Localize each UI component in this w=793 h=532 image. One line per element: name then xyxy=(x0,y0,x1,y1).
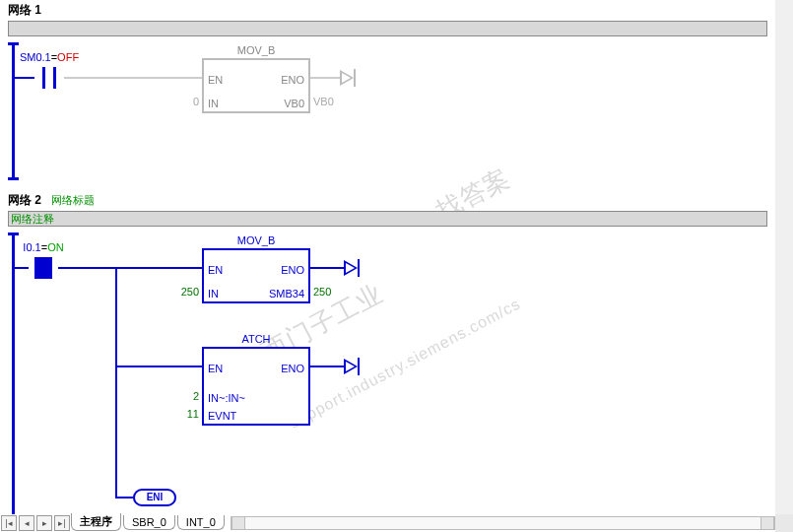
wire-off xyxy=(310,77,340,79)
scroll-right-icon[interactable] xyxy=(760,517,774,529)
network-subtitle[interactable]: 网络标题 xyxy=(51,193,95,208)
arrow-icon xyxy=(344,359,358,374)
network-comment[interactable]: 网络注释 xyxy=(8,211,767,227)
network-2[interactable]: 网络 2 网络标题 网络注释 I0.1=ON MOV_B EN xyxy=(0,190,775,528)
port-out: VB0 xyxy=(284,98,304,109)
port-in: IN xyxy=(208,98,219,109)
contact-i0.1[interactable]: I0.1=ON xyxy=(29,257,58,279)
arrow-stop xyxy=(358,358,360,375)
scroll-left-icon[interactable] xyxy=(231,517,245,529)
block-title: ATCH xyxy=(241,333,270,345)
port-out: SMB34 xyxy=(269,288,304,299)
arrow-icon xyxy=(340,70,354,86)
block-mov-b[interactable]: MOV_B EN ENO IN VB0 xyxy=(202,58,310,113)
port-en: EN xyxy=(208,363,223,374)
arrow-icon xyxy=(344,260,358,276)
network-1[interactable]: 网络 1 SM0.1=OFF MOV_B EN ENO IN VB0 0 VB xyxy=(0,0,775,180)
wire-off xyxy=(64,77,202,79)
port-en: EN xyxy=(208,74,223,86)
param-in: 250 xyxy=(171,286,199,298)
port-eno: ENO xyxy=(281,264,304,276)
tab-main[interactable]: 主程序 xyxy=(71,513,121,531)
network-title: 网络 2 xyxy=(8,192,41,209)
left-rail xyxy=(12,233,15,528)
wire xyxy=(115,366,202,367)
tab-sbr0[interactable]: SBR_0 xyxy=(123,515,175,530)
param-in: 0 xyxy=(175,96,199,107)
wire xyxy=(115,267,117,499)
wire xyxy=(58,267,117,269)
port-in: IN xyxy=(208,288,219,299)
param-out: VB0 xyxy=(313,96,343,107)
network-title: 网络 1 xyxy=(8,2,41,19)
wire xyxy=(310,267,344,269)
horizontal-scrollbar[interactable] xyxy=(231,516,775,530)
tab-nav-first[interactable]: |◂ xyxy=(1,515,17,531)
coil-eni[interactable]: ENI xyxy=(133,489,176,506)
wire xyxy=(115,497,133,499)
contact-sm0.1[interactable]: SM0.1=OFF xyxy=(34,67,64,89)
vertical-scrollbar[interactable] xyxy=(775,0,793,514)
ladder-editor[interactable]: 找答案 西门子工业 support.industry.siemens.com/c… xyxy=(0,0,793,532)
port-eno: ENO xyxy=(281,74,304,86)
block-mov-b[interactable]: MOV_B EN ENO IN SMB34 xyxy=(202,248,310,303)
left-rail xyxy=(12,42,15,180)
port-en: EN xyxy=(208,264,223,276)
pou-tabs: |◂ ◂ ▸ ▸| 主程序 SBR_0 INT_0 xyxy=(0,514,775,532)
port-evnt: EVNT xyxy=(208,410,236,422)
tab-nav-next[interactable]: ▸ xyxy=(36,515,52,531)
tab-int0[interactable]: INT_0 xyxy=(177,515,225,530)
scroll-corner xyxy=(775,514,793,532)
port-int: IN~:IN~ xyxy=(208,392,245,404)
block-title: MOV_B xyxy=(237,234,276,246)
block-atch[interactable]: ATCH EN ENO IN~:IN~ EVNT xyxy=(202,347,310,426)
arrow-stop xyxy=(358,259,360,277)
param-int: 2 xyxy=(181,390,199,402)
wire xyxy=(310,366,344,367)
arrow-stop xyxy=(354,69,356,87)
wire xyxy=(15,267,29,269)
wire xyxy=(15,77,34,79)
tab-nav-last[interactable]: ▸| xyxy=(54,515,70,531)
wire xyxy=(115,267,202,269)
port-eno: ENO xyxy=(281,363,304,374)
block-title: MOV_B xyxy=(237,44,276,56)
network-comment[interactable] xyxy=(8,21,767,36)
param-out: 250 xyxy=(313,286,343,298)
param-evnt: 11 xyxy=(181,408,199,420)
tab-nav-prev[interactable]: ◂ xyxy=(19,515,34,531)
